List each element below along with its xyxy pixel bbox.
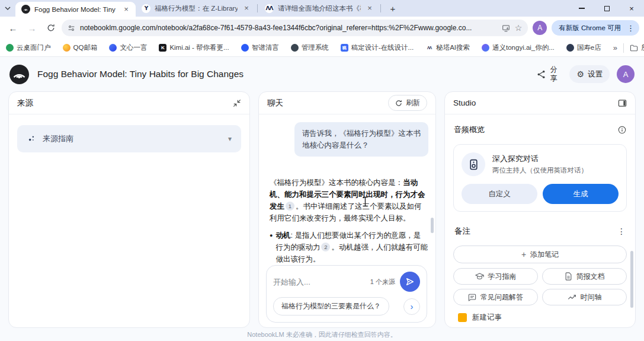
user-message-bubble: 请告诉我，《福格行为模型》这本书地核心内容是什么？ [294,122,428,157]
tab-close-icon[interactable]: × [121,5,131,14]
bookmark-favicon [482,44,489,52]
share-icon [537,70,546,79]
document-icon [565,272,572,281]
account-avatar[interactable]: A [617,65,635,83]
tab-close-icon[interactable]: × [365,4,374,13]
panels: 来源 来源指南 ▾ 聊天 [0,91,644,328]
bookmark-item[interactable]: KKimi.ai - 帮你看更... [159,43,229,52]
tab-bar: Fogg Behavior Model: Tiny H × Y 福格行为模型：在… [0,0,644,17]
notebooklm-app: Fogg Behavior Model: Tiny Habits for Big… [0,57,644,328]
timeline-button[interactable]: 时间轴 [542,289,627,305]
source-guide-card[interactable]: 来源指南 ▾ [17,125,241,152]
chat-panel: 聊天 刷新 请告诉我，《福格行为模型》这本书地核心内容是什么？ 《福格行为模型》… [258,91,436,328]
tab-separator [380,4,381,12]
bookmark-item[interactable]: 云桌面门户 [6,43,51,52]
tab-search-chevron-icon[interactable] [0,1,15,16]
bookmarks-overflow-icon[interactable]: » [613,43,617,52]
text-cursor [362,196,369,207]
tab-title: 请详细全面地介绍这本书《福格 [278,4,361,13]
bookmark-item[interactable]: 通义tongyi.ai_你的... [482,43,555,52]
restore-button[interactable] [594,0,619,17]
chevron-down-icon[interactable]: ▾ [228,135,232,143]
tab-zlibrary[interactable]: Y 福格行为模型：在 Z-Library 上 × [136,1,256,15]
settings-label: 设置 [588,69,603,79]
study-guide-button[interactable]: 学习指南 [453,268,538,285]
notebook-title[interactable]: Fogg Behavior Model: Tiny Habits for Big… [37,69,524,79]
generate-button[interactable]: 生成 [543,184,619,204]
chat-scrollbar[interactable] [431,218,434,233]
studio-panel-title: Studio [453,98,476,107]
chrome-update-chip[interactable]: 有新版 Chrome 可用 ⋮ [552,20,639,36]
bookmark-favicon: ΛΛ [425,44,433,52]
bookmark-item[interactable]: QQ邮箱 [63,43,98,52]
tab-separator [257,4,258,12]
assistant-bullet-item: ● 动机: 是指人们想要做出某个行为的意愿，是行为的驱动力2。动机越强，人们就越… [270,230,428,265]
faq-button[interactable]: 常见问题解答 [453,289,538,305]
bookmark-item[interactable]: ΛΛ秘塔AI搜索 [425,43,470,52]
bookmark-item[interactable]: 国寿e店 [566,43,601,52]
tab-close-icon[interactable]: × [242,4,251,13]
note-list-item[interactable]: 新建记事 [458,313,635,323]
chat-input[interactable] [273,278,366,286]
collapse-panel-icon[interactable] [233,99,241,107]
window-controls: × [569,0,644,17]
refresh-icon [395,100,402,107]
audio-overview-label: 音频概览 [454,125,485,135]
zlibrary-favicon: Y [142,4,150,13]
bookmark-item[interactable]: 管理系统 [291,43,329,52]
bookmark-star-icon[interactable]: ☆ [515,23,523,33]
metaso-favicon: ΛΛ [265,4,274,13]
info-icon[interactable] [618,126,626,134]
close-window-button[interactable]: × [619,0,644,17]
trend-line-icon [568,294,576,301]
citation-chip[interactable]: 1 [286,202,294,211]
bookmark-favicon [109,44,117,52]
briefing-doc-button[interactable]: 简报文档 [542,268,627,285]
url-text[interactable]: notebooklm.google.com/notebook/a2fa68ce-… [80,24,497,32]
tab-notebooklm[interactable]: Fogg Behavior Model: Tiny H × [15,2,136,17]
bookmark-favicon [566,44,574,52]
back-button[interactable]: ← [5,20,21,36]
all-bookmarks-button[interactable]: 所有书签 [630,43,644,52]
next-suggestion-button[interactable]: › [403,298,420,315]
install-app-icon[interactable] [502,24,510,32]
new-tab-button[interactable]: + [386,1,400,15]
tab-metaso[interactable]: ΛΛ 请详细全面地介绍这本书《福格 × [259,1,379,15]
address-bar[interactable]: notebooklm.google.com/notebook/a2fa68ce-… [62,20,528,36]
divider [623,43,624,53]
suggested-question-chip[interactable]: 福格行为模型的三要素是什么？ [273,297,389,315]
bullet-icon: ● [270,230,273,265]
sources-panel: 来源 来源指南 ▾ [8,91,250,328]
browser-window: Fogg Behavior Model: Tiny H × Y 福格行为模型：在… [0,0,644,341]
profile-avatar[interactable]: A [533,21,547,35]
source-count-label: 1 个来源 [370,278,395,286]
bookmark-favicon [63,44,71,52]
send-button[interactable] [400,272,420,292]
citation-chip[interactable]: 2 [321,243,330,251]
bookmark-item[interactable]: 文心一言 [109,43,147,52]
site-info-icon[interactable] [68,24,75,32]
notes-title: 备注 [454,226,470,237]
note-item-label: 新建记事 [472,313,502,323]
refresh-chat-button[interactable]: 刷新 [388,95,427,111]
reload-button[interactable] [43,20,59,36]
gear-icon: ⚙ [576,69,584,79]
share-button[interactable]: 分享 [532,63,562,85]
bookmark-item[interactable]: 稿稿定设计-在线设计... [341,43,414,52]
settings-button[interactable]: ⚙ 设置 [569,65,610,83]
add-note-label: 添加笔记 [530,250,559,260]
deep-dive-title: 深入探究对话 [492,154,588,164]
studio-scrollbar[interactable] [630,251,633,308]
customize-button[interactable]: 自定义 [462,184,537,204]
bookmark-favicon [291,44,299,52]
forward-button[interactable]: → [24,20,40,36]
bookmarks-bar: 云桌面门户 QQ邮箱 文心一言 KKimi.ai - 帮你看更... 智谱清言 … [0,39,644,57]
browser-menu-icon[interactable]: ⋮ [624,24,637,33]
add-note-button[interactable]: + 添加笔记 [453,246,627,263]
bookmark-favicon: K [159,44,166,52]
split-view-icon[interactable] [618,99,627,107]
notes-menu-icon[interactable]: ⋮ [617,227,626,236]
minimize-button[interactable] [569,0,594,17]
graduation-cap-icon [475,273,484,280]
bookmark-item[interactable]: 智谱清言 [241,43,279,52]
